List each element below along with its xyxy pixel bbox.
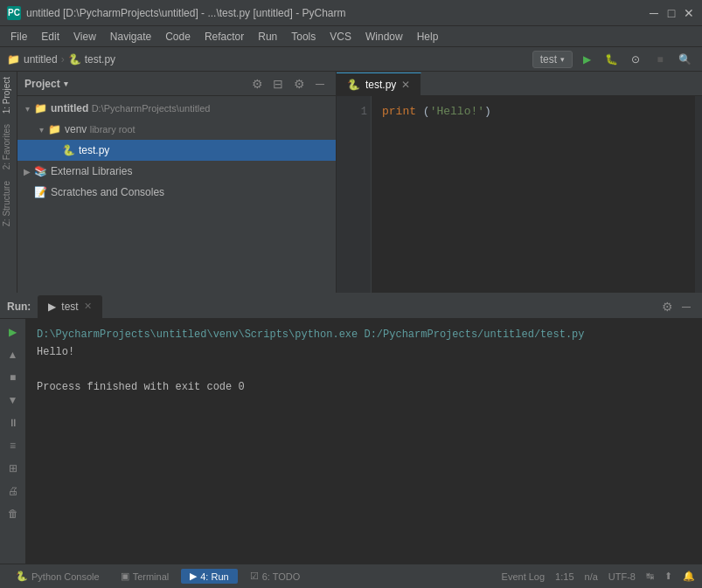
indent-icon: ↹ — [646, 571, 654, 582]
project-chevron-icon: ▾ — [64, 80, 68, 88]
menu-navigate[interactable]: Navigate — [103, 29, 158, 45]
scroll-up-button[interactable]: ▲ — [3, 345, 23, 364]
project-panel: Project ▾ ⚙ ⊟ ⚙ ─ ▾ 📁 untitled D:\Pychar… — [17, 72, 337, 293]
terminal-icon: ▣ — [121, 571, 129, 582]
coverage-button[interactable]: ⊙ — [625, 49, 646, 70]
window-controls: ─ □ ✕ — [648, 7, 695, 19]
run-sidebar: ▶ ▲ ■ ▼ ⏸ ≡ ⊞ 🖨 🗑 — [0, 319, 26, 564]
project-settings-icon[interactable]: ⚙ — [248, 75, 266, 93]
event-log-label: Event Log — [502, 571, 546, 582]
tab-label: test.py — [365, 79, 396, 91]
menu-tools[interactable]: Tools — [284, 29, 323, 45]
debug-button[interactable]: 🐛 — [601, 49, 622, 70]
minimize-button[interactable]: ─ — [648, 7, 660, 19]
breadcrumb-file[interactable]: 🐍 test.py — [68, 53, 115, 66]
line-number-1: 1 — [344, 103, 367, 121]
run-tab-label: test — [61, 301, 78, 313]
print-button[interactable]: 🖨 — [3, 481, 23, 501]
sidebar-item-structure[interactable]: Z: Structure — [0, 176, 17, 232]
pause-button[interactable]: ⏸ — [3, 413, 23, 432]
menu-refactor[interactable]: Refactor — [198, 29, 251, 45]
close-button[interactable]: ✕ — [683, 7, 695, 19]
tab-python-console[interactable]: 🐍 Python Console — [7, 569, 108, 584]
menu-bar: File Edit View Navigate Code Refactor Ru… — [0, 26, 702, 47]
tree-arrow-icon: ▾ — [21, 102, 33, 114]
scroll-down-button[interactable]: ▼ — [3, 391, 23, 410]
code-keyword: print — [382, 105, 416, 118]
run-button[interactable]: ▶ — [576, 49, 597, 70]
menu-code[interactable]: Code — [158, 29, 198, 45]
left-vertical-tabs: 1: Project 2: Favorites Z: Structure — [0, 72, 17, 293]
main-content: 1: Project 2: Favorites Z: Structure Pro… — [0, 72, 702, 293]
run-controls: test ▾ ▶ 🐛 ⊙ ■ 🔍 — [532, 49, 695, 70]
run-tab-icon: ▶ — [48, 301, 56, 313]
code-text2: ) — [484, 105, 491, 118]
editor-tab-testpy[interactable]: 🐍 test.py ✕ — [337, 73, 421, 95]
run-panel-settings-icon[interactable]: ⚙ — [658, 298, 676, 315]
tab-run[interactable]: ▶ 4: Run — [181, 569, 237, 584]
window-title: untitled [D:\PycharmProjects\untitled] -… — [26, 7, 648, 19]
terminal-label: Terminal — [133, 571, 170, 582]
rerun-button[interactable]: ▶ — [3, 322, 23, 342]
clear-button[interactable]: 🗑 — [3, 504, 23, 523]
output-line-1: D:\PycharmProjects\untitled\venv\Scripts… — [37, 326, 692, 343]
output-line-4: Process finished with exit code 0 — [37, 378, 692, 396]
menu-edit[interactable]: Edit — [34, 29, 66, 45]
git-push-icon: ⬆ — [664, 571, 672, 582]
tab-todo[interactable]: ☑ 6: TODO — [241, 569, 309, 584]
project-tree: ▾ 📁 untitled D:\PycharmProjects\untitled… — [17, 96, 336, 293]
python-console-label: Python Console — [31, 571, 100, 582]
run-tab-close-icon[interactable]: ✕ — [84, 301, 92, 312]
menu-run[interactable]: Run — [251, 29, 284, 45]
run-tab-test[interactable]: ▶ test ✕ — [38, 295, 101, 318]
menu-vcs[interactable]: VCS — [323, 29, 358, 45]
python-file-icon: 🐍 — [61, 143, 75, 157]
status-bar-right: Event Log 1:15 n/a UTF-8 ↹ ⬆ 🔔 — [502, 571, 695, 582]
title-bar: PC untitled [D:\PycharmProjects\untitled… — [0, 0, 702, 26]
sidebar-item-favorites[interactable]: 2: Favorites — [0, 119, 17, 175]
line-numbers: 1 — [337, 96, 372, 293]
sidebar-item-project[interactable]: 1: Project — [0, 72, 17, 119]
editor-content: 1 print ('Hello!') — [337, 96, 702, 293]
tree-item-scratches[interactable]: 📝 Scratches and Consoles — [17, 182, 336, 203]
tree-arrow-icon: ▾ — [35, 123, 47, 135]
menu-view[interactable]: View — [66, 29, 103, 45]
project-title-label: Project — [24, 78, 60, 90]
project-gear-icon[interactable]: ⚙ — [290, 75, 308, 93]
tree-item-untitled[interactable]: ▾ 📁 untitled D:\PycharmProjects\untitled — [17, 98, 336, 119]
todo-icon: ☑ — [250, 571, 259, 582]
expand-button[interactable]: ⊞ — [3, 459, 23, 478]
tab-terminal[interactable]: ▣ Terminal — [112, 569, 178, 584]
run-config-selector[interactable]: test ▾ — [532, 51, 573, 68]
tree-arrow-icon: ▶ — [21, 165, 33, 177]
menu-help[interactable]: Help — [410, 29, 446, 45]
code-text: ( — [416, 105, 430, 118]
project-close-icon[interactable]: ─ — [311, 75, 329, 93]
project-collapse-icon[interactable]: ⊟ — [269, 75, 287, 93]
maximize-button[interactable]: □ — [665, 7, 678, 19]
menu-window[interactable]: Window — [358, 29, 410, 45]
editor-right-gutter — [695, 96, 702, 293]
project-panel-actions: ⚙ ⊟ ⚙ ─ — [248, 75, 329, 93]
menu-file[interactable]: File — [3, 29, 34, 45]
tree-item-label: Scratches and Consoles — [51, 186, 164, 198]
stop-button[interactable]: ■ — [650, 49, 671, 70]
tree-item-testpy[interactable]: 🐍 test.py — [17, 140, 336, 161]
run-label: Run: — [7, 301, 31, 313]
breadcrumb-project[interactable]: 📁 untitled — [7, 53, 58, 66]
encoding-status: UTF-8 — [608, 571, 636, 582]
code-editor[interactable]: print ('Hello!') — [372, 96, 695, 293]
search-button[interactable]: 🔍 — [674, 49, 695, 70]
cursor-position: 1:15 — [555, 571, 573, 582]
project-panel-title: Project ▾ — [24, 78, 68, 90]
todo-label: 6: TODO — [262, 571, 301, 582]
run-panel-close-icon[interactable]: ─ — [678, 298, 695, 315]
stop-run-button[interactable]: ■ — [3, 368, 23, 387]
tab-close-icon[interactable]: ✕ — [401, 79, 410, 91]
bottom-tabs-bar: Run: ▶ test ✕ ⚙ ─ — [0, 294, 702, 319]
breadcrumb-file-label: test.py — [85, 53, 115, 66]
selection-status: n/a — [585, 571, 598, 582]
tree-item-venv[interactable]: ▾ 📁 venv library root — [17, 119, 336, 140]
wrap-button[interactable]: ≡ — [3, 436, 23, 455]
tree-item-external-libs[interactable]: ▶ 📚 External Libraries — [17, 161, 336, 182]
